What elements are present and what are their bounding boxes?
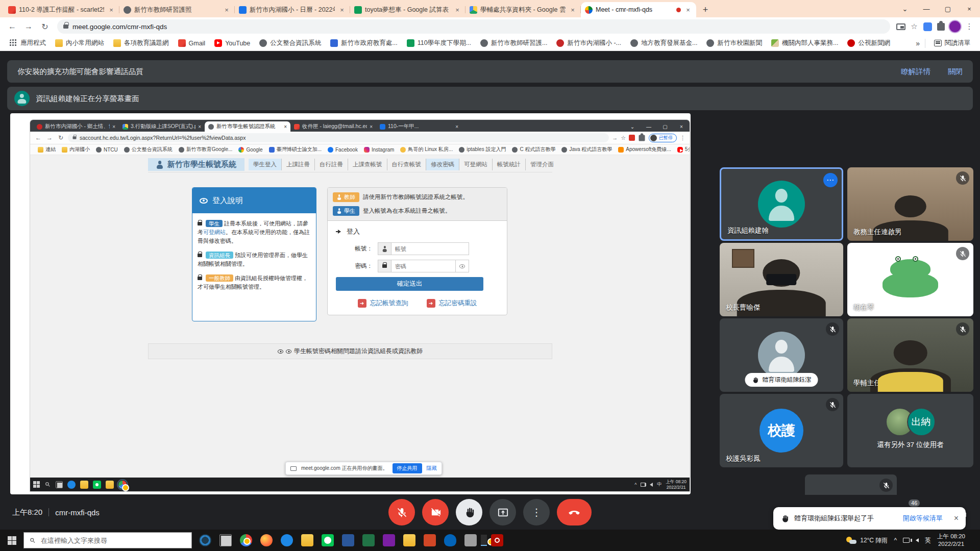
forward-icon[interactable]: → [21,22,36,31]
new-tab-button[interactable]: + [698,3,713,17]
tab-close-icon[interactable]: × [684,6,692,14]
nav-item-3[interactable]: 上課查帳號 [348,159,387,170]
cortana-icon[interactable] [199,534,211,546]
bookmark-2[interactable]: 各項教育議題網 [110,38,173,48]
shared-tab-0[interactable]: 新竹市內湖國小 - 鄉土情、世界... × [33,121,119,132]
bookmark-star-icon[interactable]: ☆ [909,21,920,32]
bookmark-4[interactable]: 新竹市教育Google... [176,145,235,154]
bookmark-1[interactable]: 內小常用網站 [52,38,108,48]
present-button[interactable] [489,499,516,525]
window-maximize-button[interactable]: ▢ [937,0,959,17]
bookmark-14[interactable]: 5分鐘學會Google... [675,145,690,154]
word-icon[interactable] [342,534,354,546]
bookmark-star-icon[interactable]: ☆ [621,135,626,141]
bookmark-3[interactable]: 公文整合資訊系統 [121,145,175,154]
browser-tab-2[interactable]: 新竹市內湖國小 - 日曆 - 2022年... × [235,2,350,17]
participant-tile-lijianpei[interactable]: 學輔主任李建沛 [847,318,973,392]
line-icon[interactable] [322,534,334,546]
account-input[interactable] [391,242,469,255]
participant-tile-nurse[interactable]: 校護 校護吳彩鳳 [720,394,843,467]
tile-options-icon[interactable]: ⋯ [823,173,838,187]
bookmark-10[interactable]: iptables 設定入門 [456,145,508,154]
camera-off-button[interactable] [422,499,449,525]
tab-close-icon[interactable]: × [223,6,231,14]
show-password-icon[interactable] [456,260,469,272]
tab-close-icon[interactable]: × [112,124,115,130]
more-options-button[interactable]: ⋮ [523,499,550,525]
task-view-icon[interactable] [219,534,232,546]
acrobat-icon[interactable] [491,534,503,546]
bookmark-13[interactable]: 公視新聞網 [844,38,894,48]
bookmark-7[interactable]: Facebook [325,146,360,153]
tab-close-icon[interactable]: × [107,6,115,14]
participant-tile-chenyujie[interactable]: 體育環衛組陳鈺潔 [720,318,843,392]
leave-call-button[interactable] [557,499,592,525]
mail-app-icon[interactable] [67,481,76,489]
excel-icon[interactable] [362,534,375,546]
window-minimize-button[interactable]: — [641,121,657,132]
pip-icon[interactable] [895,21,906,32]
address-bar[interactable]: meet.google.com/cmr-mxfi-qds [57,19,890,34]
volume-icon[interactable] [916,538,919,542]
tray-expand-icon[interactable]: ^ [634,482,636,487]
tray-expand-icon[interactable]: ^ [894,537,897,544]
stream-app-icon[interactable] [383,534,395,546]
forgot-account-link[interactable]: ➜ 忘記帳號查詢 [358,299,408,308]
learn-more-link[interactable]: 瞭解詳情 [901,67,930,77]
participant-tile-huzaiqin[interactable]: 胡在琴 [847,243,973,316]
banner-close-button[interactable]: 關閉 [948,67,963,77]
participant-tile-lienchinan[interactable]: 教務主任連啟男 [847,167,973,241]
hide-share-bar-link[interactable]: 隱藏 [427,465,437,472]
raise-hand-button[interactable] [456,499,482,525]
bookmark-12[interactable]: 機關內部人事業務... [768,38,842,48]
window-minimize-button[interactable]: — [916,0,937,17]
participant-tile-laichienhan[interactable]: ⋯ 資訊組賴建翰 [720,167,843,241]
line-app-icon[interactable] [93,481,101,489]
task-view-icon[interactable] [56,481,63,488]
tab-close-icon[interactable]: × [370,124,373,130]
profile-paused-pill[interactable]: 已暫停 [649,134,677,142]
bookmark-0[interactable]: 應用程式 [6,38,50,48]
allowed-sites-link[interactable]: 可登網站 [203,229,226,235]
file-explorer-icon[interactable] [301,534,313,546]
shared-screen-tile[interactable]: 新竹市內湖國小 - 鄉土情、世界... × 3.行動版線上課SOP(直式).pd… [10,113,691,494]
browser-tab-3[interactable]: toyota夢想車 - Google 試算表 × [350,2,465,17]
participant-tile-principal[interactable]: 校長曹喻傑 [720,243,843,316]
toast-close-icon[interactable]: × [954,514,959,523]
nav-item-5[interactable]: 修改密碼 [426,159,459,170]
window-close-button[interactable]: × [673,121,690,132]
bookmark-11[interactable]: C 程式語言教學 [509,145,558,154]
chevron-down-icon[interactable]: ⌄ [624,121,641,132]
tab-close-icon[interactable]: × [569,6,577,14]
browser-tab-5[interactable]: Meet - cmr-mxfi-qds × [581,2,696,17]
weather-widget[interactable]: 12°C 陣雨 [846,536,888,545]
bookmark-9[interactable]: 新竹市內湖國小 -... [553,38,625,48]
bookmark-0[interactable]: 連結 [35,145,58,154]
reload-icon[interactable]: ↻ [57,134,65,141]
bookmark-8[interactable]: 新竹市教師研習護... [477,38,551,48]
forward-icon[interactable]: → [45,134,54,141]
tab-search-icon[interactable]: ⌄ [894,0,916,17]
clock[interactable]: 上午 08:20 2022/2/21 [937,533,965,548]
tab-close-icon[interactable]: × [284,124,287,130]
bookmarks-overflow-icon[interactable]: » [916,39,920,47]
nav-item-7[interactable]: 帳號統計 [493,159,526,170]
bookmark-11[interactable]: 新竹市校園新聞 [703,38,766,48]
folder-icon[interactable] [80,481,88,489]
nav-item-2[interactable]: 自行註冊 [315,159,348,170]
bookmark-5[interactable]: Google [236,146,265,153]
shared-tab-2[interactable]: 新竹市學生帳號認證系統 × [205,121,290,132]
window-maximize-button[interactable]: ▢ [657,121,673,132]
bookmark-12[interactable]: Java 程式語言教學 [559,145,615,154]
extension-icon[interactable] [629,135,635,141]
browser-tab-1[interactable]: 新竹市教師研習護照 × [119,2,235,17]
bookmark-6[interactable]: 新竹市政府教育處... [327,38,401,48]
bookmark-3[interactable]: Gmail [175,38,209,48]
shared-tab-3[interactable]: 收件匣 - laiegg@tmail.hc.edu.t... × [290,121,376,132]
search-icon[interactable] [44,481,51,488]
app-icon[interactable] [464,534,477,546]
browser-menu-icon[interactable]: ⋮ [964,21,975,32]
forgot-password-link[interactable]: ➜ 忘記密碼重設 [427,299,477,308]
chrome-icon[interactable] [240,534,252,546]
onedrive-icon[interactable] [444,534,456,546]
